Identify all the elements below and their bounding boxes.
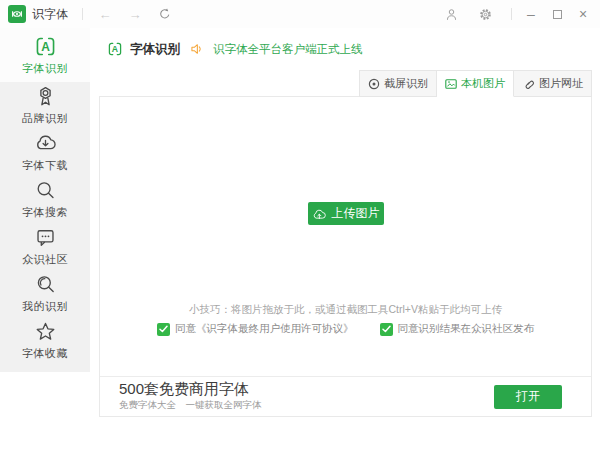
svg-text:A: A bbox=[41, 39, 50, 53]
page-title: 字体识别 bbox=[130, 41, 180, 58]
app-window: 识字体 ← → – × bbox=[0, 0, 600, 466]
font-download-icon bbox=[34, 132, 57, 155]
announcement-text[interactable]: 识字体全平台客户端正式上线 bbox=[213, 42, 363, 57]
close-button[interactable]: × bbox=[570, 0, 596, 28]
sidebar-item-label: 字体识别 bbox=[22, 61, 68, 76]
agreement-label[interactable]: 同意《识字体最终用户使用许可协议》 bbox=[175, 322, 354, 336]
svg-text:A: A bbox=[112, 44, 119, 54]
sidebar-item-font-recognition[interactable]: A 字体识别 bbox=[0, 28, 90, 82]
my-recognition-icon bbox=[34, 273, 57, 296]
content-header: A 字体识别 识字体全平台客户端正式上线 bbox=[90, 28, 600, 70]
user-icon bbox=[444, 7, 459, 22]
settings-button[interactable] bbox=[477, 6, 493, 22]
sidebar-item-font-download[interactable]: 字体下载 bbox=[0, 129, 90, 176]
sidebar-item-label: 品牌识别 bbox=[22, 111, 68, 126]
upload-tip: 小技巧：将图片拖放于此，或通过截图工具Ctrl+V粘贴于此均可上传 bbox=[100, 303, 591, 317]
sidebar-item-label: 字体收藏 bbox=[22, 346, 68, 361]
font-favorites-icon bbox=[34, 320, 57, 343]
community-icon bbox=[34, 226, 57, 249]
license-checkbox[interactable] bbox=[157, 323, 170, 336]
sidebar-item-my-recognition[interactable]: 我的识别 bbox=[0, 270, 90, 317]
upload-panel: 上传图片 小技巧：将图片拖放于此，或通过截图工具Ctrl+V粘贴于此均可上传 同… bbox=[99, 96, 592, 417]
sidebar-item-font-search[interactable]: 字体搜索 bbox=[0, 176, 90, 223]
source-tabs: 截屏识别 本机图片 图片网址 bbox=[359, 70, 592, 97]
brand-recognition-icon bbox=[34, 85, 57, 108]
back-button[interactable]: ← bbox=[97, 6, 113, 22]
upload-button-label: 上传图片 bbox=[332, 205, 380, 222]
community-publish-checkbox[interactable] bbox=[380, 323, 393, 336]
agreement-community-publish[interactable]: 同意识别结果在众识社区发布 bbox=[380, 322, 535, 336]
sidebar-menu: A 字体识别 品牌识别 字体下载 bbox=[0, 28, 90, 372]
sidebar-item-community[interactable]: 众识社区 bbox=[0, 223, 90, 270]
refresh-button[interactable] bbox=[157, 6, 173, 22]
promo-banner: 500套免费商用字体 免费字体大全 一键获取全网字体 打开 bbox=[100, 376, 591, 416]
app-title: 识字体 bbox=[32, 6, 68, 23]
sidebar-item-brand-recognition[interactable]: 品牌识别 bbox=[0, 82, 90, 129]
upload-image-button[interactable]: 上传图片 bbox=[308, 202, 384, 225]
forward-button[interactable]: → bbox=[127, 6, 143, 22]
titlebar-divider bbox=[82, 8, 83, 20]
gear-icon bbox=[478, 7, 493, 22]
sidebar: A 字体识别 品牌识别 字体下载 bbox=[0, 28, 90, 466]
titlebar-divider-2 bbox=[511, 8, 512, 20]
main-content: A 字体识别 识字体全平台客户端正式上线 截屏识别 bbox=[90, 28, 600, 466]
upload-dropzone[interactable]: 上传图片 小技巧：将图片拖放于此，或通过截图工具Ctrl+V粘贴于此均可上传 同… bbox=[100, 97, 591, 376]
page-title-icon: A bbox=[107, 41, 123, 57]
sidebar-item-label: 众识社区 bbox=[22, 252, 68, 267]
refresh-icon bbox=[158, 7, 172, 21]
screen-capture-icon bbox=[368, 78, 380, 90]
sidebar-item-label: 字体搜索 bbox=[22, 205, 68, 220]
maximize-icon bbox=[553, 10, 562, 19]
maximize-button[interactable] bbox=[544, 0, 570, 28]
promo-title: 500套免费商用字体 bbox=[119, 381, 262, 398]
tab-label: 图片网址 bbox=[539, 76, 583, 91]
agreement-license[interactable]: 同意《识字体最终用户使用许可协议》 bbox=[157, 322, 354, 336]
titlebar: 识字体 ← → – × bbox=[0, 0, 600, 28]
tab-label: 本机图片 bbox=[461, 76, 505, 91]
app-logo-icon bbox=[8, 5, 26, 23]
sidebar-item-label: 字体下载 bbox=[22, 158, 68, 173]
check-icon bbox=[159, 325, 168, 333]
image-url-icon bbox=[522, 77, 535, 90]
sidebar-item-label: 我的识别 bbox=[22, 299, 68, 314]
agreements-row: 同意《识字体最终用户使用许可协议》 同意识别结果在众识社区发布 bbox=[100, 322, 591, 336]
tab-label: 截屏识别 bbox=[384, 76, 428, 91]
tab-screen-capture[interactable]: 截屏识别 bbox=[359, 70, 437, 97]
promo-text: 500套免费商用字体 免费字体大全 一键获取全网字体 bbox=[119, 381, 262, 413]
agreement-label[interactable]: 同意识别结果在众识社区发布 bbox=[398, 322, 535, 336]
promo-subtitle: 免费字体大全 一键获取全网字体 bbox=[119, 399, 262, 412]
tab-image-url[interactable]: 图片网址 bbox=[514, 70, 592, 97]
open-button[interactable]: 打开 bbox=[494, 385, 562, 409]
local-image-icon bbox=[445, 78, 457, 90]
sidebar-item-font-favorites[interactable]: 字体收藏 bbox=[0, 317, 90, 364]
font-recognition-icon: A bbox=[34, 35, 57, 58]
check-icon bbox=[382, 325, 391, 333]
user-button[interactable] bbox=[443, 6, 459, 22]
font-search-icon bbox=[34, 179, 57, 202]
tab-local-image[interactable]: 本机图片 bbox=[437, 70, 514, 97]
speaker-icon bbox=[190, 42, 204, 56]
cloud-upload-icon bbox=[312, 208, 327, 220]
minimize-button[interactable]: – bbox=[518, 0, 544, 28]
